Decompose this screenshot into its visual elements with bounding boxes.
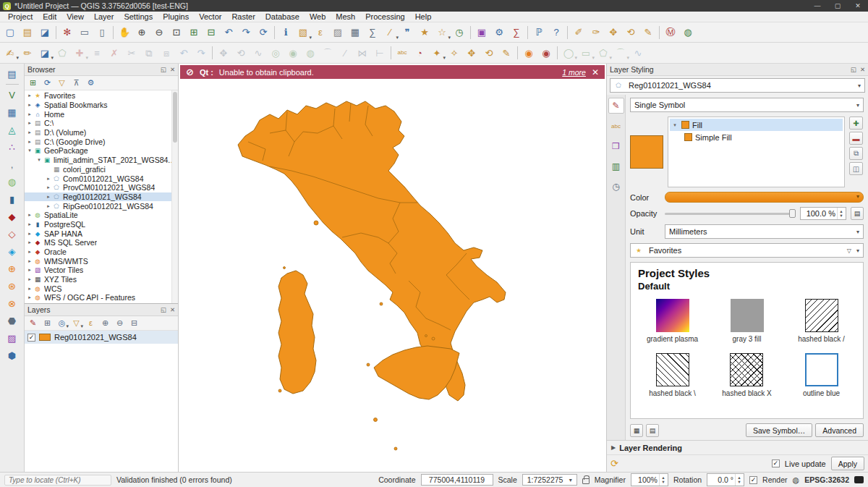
add-mesh-layer-button[interactable]: ◬ [3,121,22,138]
layer-diagram-button[interactable]: ◔ [411,44,428,62]
select-by-expression-button[interactable]: ε [312,24,329,41]
new-3d-map-button[interactable]: ▣ [473,24,490,41]
expander-icon[interactable]: ▸ [26,111,33,117]
plugin-red-button[interactable]: ◉ [537,44,555,62]
tab-diagrams[interactable]: ▥ [608,158,624,174]
add-mssql-layer-button[interactable]: ◆ [3,208,22,225]
add-ring-button[interactable]: ◎ [267,44,284,62]
message-close-icon[interactable]: ✕ [592,67,599,77]
browser-tree-item[interactable]: ▸ ◍ SpatiaLite [25,211,178,220]
open-layer-styling-icon[interactable]: ✎ [26,317,40,330]
map-tips-button[interactable]: ❞ [399,24,416,41]
remove-layer-icon[interactable]: ⊟ [127,317,141,330]
menu-item[interactable]: Mesh [331,12,360,21]
menu-item[interactable]: Processing [360,12,409,21]
expander-icon[interactable]: ▾ [35,157,43,163]
add-raster-layer-button[interactable]: ▦ [3,103,22,121]
style-outline-blue[interactable]: outline blue [803,353,840,397]
stream-digitizing-button[interactable]: ∿ [629,44,647,62]
add-wcs-layer-button[interactable]: ⊗ [3,295,22,312]
scale-select[interactable]: 1:7252275 ▾ [522,474,577,486]
duplicate-symbol-layer-button[interactable]: ⧉ [849,147,863,160]
tab-labels[interactable]: abc [608,118,624,134]
zoom-out-button[interactable]: ⊖ [150,24,168,41]
expander-icon[interactable]: ▸ [26,102,33,108]
copy-features-button[interactable]: ⧉ [140,44,158,62]
browser-collapse-all-icon[interactable]: ⊼ [69,77,83,90]
expander-icon[interactable]: ▸ [26,212,33,218]
crs-status-button[interactable]: EPSG:32632 [804,475,849,484]
add-wms-layer-button[interactable]: ⊕ [3,260,22,277]
symbol-tree-item-simple-fill[interactable]: Simple Fill [670,131,843,143]
fill-ring-button[interactable]: ◍ [302,44,319,62]
map-refresh-button[interactable]: ⟳ [255,24,272,41]
coordinate-field[interactable]: 775004,4110119 [421,474,493,486]
filter-icon[interactable]: ▽ [847,247,851,254]
statistical-summary-button[interactable]: ∑ [364,24,381,41]
add-postgis-layer-button[interactable]: ▮ [3,190,22,208]
advanced-button[interactable]: Advanced [815,423,864,437]
browser-tree-item[interactable]: ▸ ◆ Oracle [25,247,178,257]
maximize-button[interactable]: ▢ [827,0,848,12]
menu-item[interactable]: Help [410,12,437,21]
layer-visibility-checkbox[interactable] [27,334,35,342]
vertex-tool-button[interactable]: ✚ [71,44,88,62]
temporal-controller-button[interactable]: ◷ [451,24,468,41]
spin-arrows-icon[interactable]: ▲▼ [837,208,845,219]
add-group-icon[interactable]: ⊞ [41,317,54,330]
deselect-all-button[interactable]: ▨ [329,24,346,41]
add-delimited-text-layer-button[interactable]: , [3,156,22,173]
layout-manager-button[interactable]: ▯ [93,24,111,41]
browser-tree-item[interactable]: ▸ ▤ C:\ (Google Drive) [25,137,178,146]
browser-refresh-icon[interactable]: ⟳ [41,77,54,90]
browser-tree-item[interactable]: ▸ ◍ WCS [25,284,178,293]
show-hidden-labels-button[interactable]: ✧ [446,44,463,62]
message-log-icon[interactable] [854,476,864,483]
split-features-button[interactable]: ∕ [336,44,354,62]
browser-tree-item[interactable]: ▸ ⬠ Reg01012021_WGS84 [25,192,178,202]
menu-item[interactable]: Layer [89,12,119,21]
merge-features-button[interactable]: ⋈ [354,44,371,62]
filter-by-expression-icon[interactable]: ε [84,317,98,330]
statistics-panel-button[interactable]: ∑ [508,24,525,41]
browser-filter-icon[interactable]: ▽ [55,77,69,90]
expander-icon[interactable]: ▸ [26,120,33,126]
browser-scrollbar[interactable] [171,90,178,303]
add-polygon-feature-button[interactable]: ⬠ [54,44,71,62]
tab-history[interactable]: ◷ [608,179,624,195]
add-vector-tile-layer-button[interactable]: ▨ [3,329,22,347]
browser-tree-item[interactable]: ▦ colori_grafici [25,165,178,174]
zoom-next-button[interactable]: ↷ [237,24,255,41]
icon-view-button[interactable]: ▦ [630,424,643,437]
browser-tree-item[interactable]: ▸ ◈ Spatial Bookmarks [25,101,178,110]
plugin-orange-button[interactable]: ◉ [520,44,537,62]
menu-item[interactable]: Settings [119,12,158,21]
pin-unpin-labels-button[interactable]: ✦ [428,44,446,62]
menu-item[interactable]: Database [260,12,305,21]
expander-icon[interactable]: ▸ [26,130,33,135]
slider-handle[interactable] [789,209,796,218]
apply-button[interactable]: Apply [831,457,864,470]
help-button[interactable]: ? [548,24,565,41]
list-view-button[interactable]: ▤ [646,424,659,437]
browser-tree-item[interactable]: ▸ ◍ WFS / OGC API - Features [25,293,178,302]
browser-tree-item[interactable]: ▸ ⬠ RipGeo01012021_WGS84 [25,201,178,211]
close-icon[interactable]: ✕ [170,306,175,313]
select-features-button[interactable]: ▧ [294,24,312,41]
add-part-button[interactable]: ◉ [284,44,302,62]
browser-tree-item[interactable]: ▸ ◆ MS SQL Server [25,238,178,247]
color-picker-button[interactable] [665,192,864,203]
add-symbol-layer-button[interactable]: ✚ [849,117,863,130]
expander-icon[interactable]: ▸ [26,286,33,292]
change-label-button[interactable]: ✎ [639,24,657,41]
tab-3d-view[interactable]: ❒ [608,138,624,154]
spin-arrows-icon[interactable]: ▲▼ [659,474,667,486]
menu-item[interactable]: Raster [226,12,260,21]
digitize-rectangle-button[interactable]: ▭ [577,44,595,62]
tab-symbology[interactable]: ✎ [608,98,624,114]
lock-symbol-color-button[interactable]: ◫ [849,162,863,175]
undock-icon[interactable]: ◱ [161,306,166,313]
browser-tree-item[interactable]: ▸ ▮ PostgreSQL [25,220,178,229]
symbol-type-select[interactable]: Single Symbol ▾ [630,98,864,112]
opacity-slider[interactable] [665,208,796,219]
